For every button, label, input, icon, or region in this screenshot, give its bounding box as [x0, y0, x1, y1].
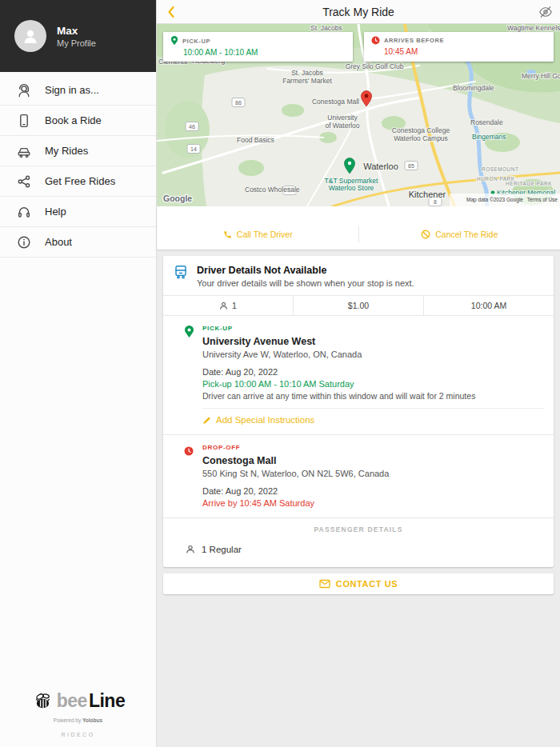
- hide-map-button[interactable]: [531, 0, 560, 24]
- call-driver-label: Call The Driver: [237, 230, 293, 239]
- map-attribution: Map data ©2023 Google: [466, 197, 523, 203]
- dropoff-name: Conestoga Mall: [202, 455, 544, 466]
- info-icon: [16, 234, 32, 250]
- contact-us-button[interactable]: CONTACT US: [163, 573, 554, 594]
- road-shield-46: 46: [186, 122, 198, 131]
- road-shield-14: 14: [187, 145, 200, 154]
- sidebar-item-label: Book a Ride: [45, 114, 102, 126]
- profile-row[interactable]: Max My Profile: [0, 0, 156, 72]
- map-label: Food Basics: [237, 136, 274, 144]
- sidebar-item-label: About: [45, 236, 72, 248]
- map-container[interactable]: 86 46 14 7 85: [157, 24, 560, 206]
- cancel-ride-button[interactable]: Cancel The Ride: [358, 226, 560, 242]
- pickup-summary-card: PICK-UP 10:00 AM - 10:10 AM: [163, 32, 353, 62]
- map-label: ROSEMOUNT: [482, 166, 518, 172]
- page-title: Track My Ride: [157, 6, 560, 18]
- passenger-entry: 1 Regular: [202, 545, 242, 554]
- share-network-icon: [16, 174, 32, 190]
- map-label: University: [327, 114, 358, 122]
- map-label: Waterloo Store: [329, 184, 374, 192]
- svg-text:14: 14: [190, 146, 197, 152]
- trip-summary: PICK-UP 10:00 AM - 10:10 AM ARRIVES BEFO…: [163, 32, 554, 62]
- top-bar: Track My Ride: [157, 0, 560, 24]
- main-pane: Track My Ride: [157, 0, 560, 747]
- svg-text:85: 85: [408, 163, 414, 169]
- add-special-instructions-button[interactable]: Add Special Instructions: [202, 408, 544, 425]
- brand-line-text: Line: [89, 690, 125, 712]
- ride-card: Driver Details Not Available Your driver…: [163, 256, 554, 567]
- passenger-icon: [186, 545, 195, 554]
- cancel-ride-label: Cancel The Ride: [435, 230, 498, 239]
- riders-count: 1: [232, 301, 237, 310]
- pickup-summary-label: PICK-UP: [182, 38, 210, 45]
- dropoff-section: DROP-OFF Conestoga Mall 550 King St N, W…: [163, 434, 554, 517]
- pickup-address: University Ave W, Waterloo, ON, Canada: [202, 350, 544, 359]
- sidebar-item-sign-in-as[interactable]: Sign in as...: [0, 75, 156, 106]
- pencil-icon: [202, 416, 211, 425]
- terms-of-use-link[interactable]: Terms of Use: [527, 197, 558, 202]
- arrives-summary-label: ARRIVES BEFORE: [384, 37, 444, 44]
- map-label: Merry Hill Golf: [522, 72, 560, 80]
- contact-us-label: CONTACT US: [336, 579, 398, 589]
- sidebar-item-label: Help: [45, 206, 66, 218]
- svg-text:46: 46: [189, 124, 195, 130]
- map-label: Farmers' Market: [282, 77, 332, 85]
- brand-block: beeLine Powered by Yolobus RIDECO: [0, 690, 156, 747]
- driver-status-title: Driver Details Not Available: [197, 264, 414, 277]
- headphones-icon: [16, 204, 32, 220]
- map-label: Conestoga Mall: [312, 98, 359, 106]
- sidebar-item-about[interactable]: About: [0, 227, 156, 258]
- dropoff-label: DROP-OFF: [202, 444, 544, 451]
- pickup-pin-icon: [184, 326, 194, 338]
- passenger-details-header: PASSENGER DETAILS: [163, 517, 554, 537]
- fare-stat: $1.00: [293, 296, 423, 315]
- road-shield-86: 86: [232, 98, 245, 107]
- driver-status-row: Driver Details Not Available Your driver…: [163, 256, 554, 295]
- profile-subtitle: My Profile: [57, 38, 96, 48]
- time-value: 10:00 AM: [471, 301, 506, 310]
- map-label: Bingemans: [472, 133, 506, 141]
- bus-icon: [173, 264, 189, 280]
- sidebar-item-my-rides[interactable]: My Rides: [0, 136, 156, 166]
- cancel-icon: [421, 230, 430, 239]
- sidebar-menu: Sign in as... Book a Ride My Rides: [0, 75, 156, 258]
- pickup-section: PICK-UP University Avenue West Universit…: [163, 316, 554, 434]
- pickup-pin-icon: [170, 36, 178, 46]
- dropoff-arrive-by: Arrive by 10:45 AM Saturday: [202, 498, 544, 508]
- svg-text:86: 86: [235, 100, 242, 106]
- dropoff-address: 550 King St N, Waterloo, ON N2L 5W6, Can…: [202, 469, 544, 478]
- pickup-summary-time: 10:00 AM - 10:10 AM: [183, 48, 346, 57]
- map-label: Grey Silo Golf Club: [346, 62, 404, 70]
- arrives-clock-icon: [371, 36, 380, 45]
- profile-name: Max: [57, 24, 96, 38]
- google-logo[interactable]: Google: [163, 194, 192, 203]
- pickup-name: University Avenue West: [202, 336, 544, 347]
- map-label: Wagtime Kennels: [507, 24, 560, 32]
- map-label: of Waterloo: [325, 122, 359, 130]
- pickup-label: PICK-UP: [202, 325, 544, 332]
- brand-logo: beeLine: [0, 690, 156, 712]
- app: Max My Profile Sign in as... Book a: [0, 0, 560, 747]
- bee-icon: [31, 691, 55, 712]
- call-driver-button[interactable]: Call The Driver: [157, 226, 358, 242]
- person-icon: [21, 26, 40, 46]
- sidebar-item-label: My Rides: [45, 145, 88, 157]
- driver-status-subtitle: Your driver details will be shown when y…: [197, 278, 414, 288]
- add-special-instructions-label: Add Special Instructions: [216, 415, 314, 425]
- map-label: HERITAGE PARK: [506, 181, 552, 186]
- map-label: St. Jacobs: [291, 69, 323, 77]
- sidebar-item-help[interactable]: Help: [0, 197, 156, 227]
- arrives-summary-card: ARRIVES BEFORE 10:45 AM: [364, 32, 554, 62]
- map-label: Waterloo Campus: [394, 134, 448, 142]
- back-button[interactable]: [157, 0, 184, 24]
- arrives-summary-time: 10:45 AM: [384, 47, 546, 56]
- sidebar-item-label: Get Free Rides: [45, 175, 115, 187]
- map-label-city: Kitchener: [409, 190, 446, 199]
- sidebar-item-book-a-ride[interactable]: Book a Ride: [0, 106, 156, 136]
- sidebar-item-get-free-rides[interactable]: Get Free Rides: [0, 166, 156, 197]
- car-icon: [16, 143, 32, 159]
- passenger-row: 1 Regular: [163, 537, 554, 567]
- fare-value: $1.00: [348, 301, 369, 310]
- dropoff-clock-icon: [184, 446, 194, 456]
- map-label-city: Waterloo: [363, 162, 398, 171]
